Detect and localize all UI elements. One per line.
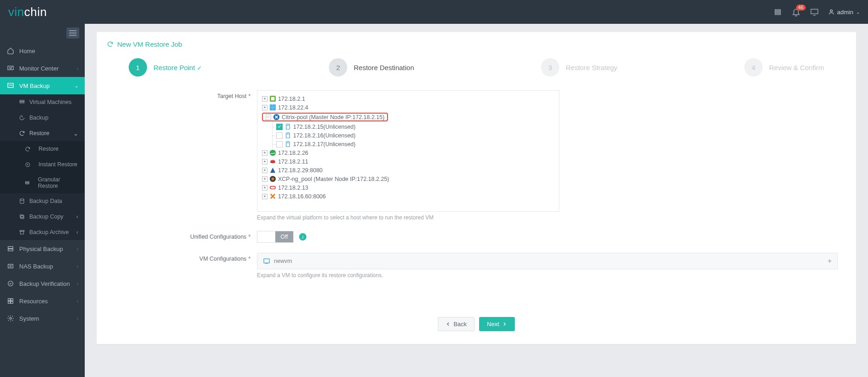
vm-config-row[interactable]: newvm + [257,253,838,269]
svg-rect-11 [26,181,29,182]
notification-icon[interactable]: 46 [792,7,801,16]
host-child[interactable]: 172.18.2.17(Unlicensed) [273,140,554,148]
wizard-steps: 1 Restore Point ✓ 2 Restore Destination … [97,53,856,88]
expand-vm-icon[interactable]: + [828,257,832,265]
host-tree[interactable]: + 172.18.2.1 + 172.18.22.4 − [257,90,559,212]
nav-vm-backup-label: VM Backup [19,82,49,89]
unified-toggle[interactable]: Off [257,231,294,243]
nav-restore-sub[interactable]: Restore [0,141,85,157]
host-node[interactable]: + 172.18.2.11 [262,157,554,166]
jobs-icon[interactable] [773,7,782,16]
host-label: 172.18.2.1 [278,96,305,102]
checkbox[interactable] [276,141,283,148]
host-node[interactable]: + XCP-ng_pool (Master Node IP:172.18.2.2… [262,175,554,183]
nav-resources-label: Resources [19,298,48,305]
host-node-citrix[interactable]: − Citrix-pool (Master Node IP:172.18.2.1… [262,112,554,122]
nav-backup-label: Backup [29,115,49,121]
highlighted-host: − Citrix-pool (Master Node IP:172.18.2.1… [262,113,388,121]
svg-rect-19 [8,249,13,251]
chevron-down-icon: ⌄ [75,83,78,88]
chevron-left-icon: ‹ [77,264,78,269]
step-2[interactable]: 2 Restore Destination [329,58,414,76]
nav-resources[interactable]: Resources ‹ [0,292,85,310]
granular-icon [24,179,31,186]
svg-rect-3 [811,9,818,14]
expand-icon[interactable]: + [262,159,267,164]
restore-icon [24,145,31,153]
host-child[interactable]: 172.18.2.16(Unlicensed) [273,131,554,140]
svg-rect-38 [286,142,290,147]
notification-badge: 46 [796,5,806,11]
toggle-off-label: Off [275,231,293,242]
sidebar-toggle[interactable] [66,27,79,38]
expand-icon[interactable]: + [262,185,267,191]
back-button[interactable]: Back [438,317,475,331]
expand-icon[interactable]: + [262,150,267,156]
nav-backup-data[interactable]: Backup Data [0,193,85,209]
svg-rect-29 [270,104,273,108]
nas-icon [6,262,15,270]
host-icon [284,141,291,148]
host-node[interactable]: + 172.18.2.13 [262,183,554,192]
next-button[interactable]: Next [479,317,515,331]
row-target-host: Target Host* + 172.18.2.1 + 172.18.22.4 [97,88,856,223]
panel-title: New VM Restore Job [97,40,856,53]
nav-vm-backup[interactable]: VM VM Backup ⌄ [0,77,85,94]
unified-label: Unified Configurations* [106,231,257,243]
nav-nas[interactable]: NAS Backup ‹ [0,257,85,275]
host-node[interactable]: + 172.18.2.26 [262,148,554,157]
row-unified: Unified Configurations* Off i [97,229,856,245]
backup-icon [18,114,26,121]
host-label: XCP-ng_pool (Master Node IP:172.18.2.25) [278,176,389,182]
host-node[interactable]: + 172.18.2.1 [262,94,554,103]
expand-icon[interactable]: + [262,168,267,173]
host-node[interactable]: + 172.18.16.60:8006 [262,192,554,201]
svg-rect-23 [11,299,13,301]
archive-icon [18,229,26,236]
vmware-icon [269,95,276,102]
restore-icon [107,41,114,48]
expand-icon[interactable]: + [262,105,267,110]
host-child[interactable]: ✓ 172.18.2.15(Unlicensed) [273,122,554,131]
verify-icon [6,279,15,288]
info-icon[interactable]: i [299,233,306,240]
chevron-left-icon: ‹ [77,246,78,251]
step-1-label: Restore Point [153,64,195,71]
nav-system[interactable]: System ‹ [0,310,85,327]
step-4[interactable]: 4 Review & Confirm [744,58,824,76]
nav-verify[interactable]: Backup Verification ‹ [0,275,85,292]
expand-icon[interactable]: + [262,194,267,199]
nav-backup[interactable]: Backup [0,110,85,126]
host-node[interactable]: + 172.18.2.29:8080 [262,166,554,175]
nav-backup-data-label: Backup Data [29,198,62,204]
nav-restore[interactable]: Restore ⌄ [0,126,85,141]
screen-icon[interactable] [810,7,819,16]
host-node[interactable]: + 172.18.22.4 [262,103,554,112]
expand-icon[interactable]: + [262,176,267,182]
step-4-label: Review & Confirm [769,64,824,71]
host-label: Citrix-pool (Master Node IP:172.18.2.15) [282,114,384,120]
nav-backup-copy[interactable]: Backup Copy ‹ [0,209,85,224]
checkbox-checked[interactable]: ✓ [276,124,283,130]
svg-text:VM: VM [9,84,12,87]
nav-backup-archive[interactable]: Backup Archive ‹ [0,224,85,240]
user-menu[interactable]: admin ⌄ [828,9,860,16]
target-host-help: Expand the virtual platform to select a … [257,214,559,221]
check-icon: ✓ [197,65,202,71]
collapse-icon[interactable]: − [266,115,271,120]
nav-monitor[interactable]: Monitor Center ‹ [0,60,85,77]
checkbox[interactable] [276,132,283,139]
nav-home[interactable]: Home [0,42,85,60]
svg-rect-9 [20,102,24,103]
nav-granular-restore[interactable]: Granular Restore [0,172,85,193]
nav-system-label: System [19,315,39,322]
nav-physical-label: Physical Backup [19,246,63,252]
nav-virtual-machines[interactable]: Virtual Machines [0,94,85,110]
sidebar: Home Monitor Center ‹ VM VM Backup ⌄ Vir… [0,24,85,377]
step-3[interactable]: 3 Restore Strategy [541,58,617,76]
svg-rect-18 [8,246,13,248]
nav-physical[interactable]: Physical Backup ‹ [0,240,85,257]
nav-instant-restore[interactable]: Instant Restore [0,157,85,172]
expand-icon[interactable]: + [262,96,267,102]
step-1[interactable]: 1 Restore Point ✓ [129,58,202,76]
